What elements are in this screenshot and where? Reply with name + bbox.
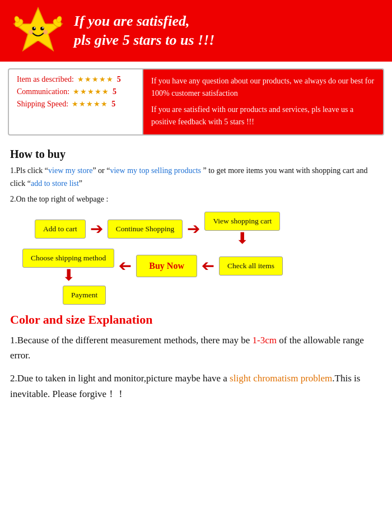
step1-link1[interactable]: view my store [48, 166, 92, 175]
ratings-left: Item as described: ★★★★★ 5 Communication… [9, 69, 143, 134]
item1-prefix: 1.Because of the different measurement m… [10, 335, 253, 346]
svg-point-4 [34, 27, 35, 28]
step1-link2[interactable]: view my top selling products [110, 166, 203, 175]
how-to-buy-step1: 1.Pls click “view my store” or “view my … [10, 164, 382, 191]
svg-point-2 [32, 27, 36, 31]
arrow-left-2: ➔ [202, 258, 214, 274]
arrow-1: ➔ [90, 221, 103, 237]
choose-shipping-col: Choose shipping method ⬇ [22, 249, 114, 283]
rating-label-communication: Communication: [17, 87, 69, 96]
view-shopping-cart-box: View shopping cart [204, 212, 280, 231]
stars-described: ★★★★★ [77, 75, 114, 84]
ratings-right: If you have any question about our produ… [143, 69, 383, 134]
view-cart-col: View shopping cart ⬇ [204, 212, 280, 246]
svg-point-5 [42, 27, 43, 28]
continue-shopping-box: Continue Shopping [108, 220, 183, 239]
rating-num-shipping: 5 [111, 100, 115, 109]
svg-point-6 [29, 30, 33, 34]
header-banner: If you are satisfied, pls give 5 stars t… [0, 0, 392, 62]
arrow-down-2: ⬇ [62, 268, 75, 283]
how-to-buy-title: How to buy [10, 148, 382, 161]
star-mascot-icon [10, 6, 66, 56]
flow-diagram: Add to cart ➔ Continue Shopping ➔ View s… [18, 212, 374, 305]
check-all-items-box: Check all items [219, 256, 283, 276]
rating-num-described: 5 [117, 75, 121, 84]
item2-highlight: slight chromatism problem [230, 373, 332, 384]
content-area: How to buy 1.Pls click “view my store” o… [0, 142, 392, 418]
svg-point-7 [43, 30, 48, 34]
rating-row-described: Item as described: ★★★★★ 5 [17, 75, 134, 84]
how-to-buy-step2: 2.On the top right of webpage : [10, 193, 382, 206]
svg-point-3 [40, 27, 44, 31]
stars-communication: ★★★★★ [73, 87, 109, 96]
color-size-item1: 1.Because of the different measurement m… [10, 333, 382, 363]
ratings-right-text2: If you are satisfied with our products a… [151, 104, 375, 129]
rating-row-communication: Communication: ★★★★★ 5 [17, 87, 134, 96]
header-text: If you are satisfied, pls give 5 stars t… [74, 12, 214, 50]
step1-mid: ” or “ [92, 166, 110, 175]
flow-row-2: Choose shipping method ⬇ ➔ Buy Now ➔ Che… [18, 249, 374, 283]
step1-link3[interactable]: add to store list [31, 179, 79, 188]
rating-num-communication: 5 [113, 87, 116, 96]
ratings-right-text1: If you have any question about our produ… [151, 75, 375, 100]
rating-label-shipping: Shipping Speed: [17, 100, 68, 109]
item1-highlight: 1-3cm [253, 335, 277, 346]
color-size-item2: 2.Due to taken in light and monitor,pict… [10, 371, 382, 401]
rating-row-shipping: Shipping Speed: ★★★★★ 5 [17, 100, 134, 109]
buy-now-box: Buy Now [136, 255, 197, 277]
arrow-2: ➔ [187, 221, 200, 237]
step1-prefix: 1.Pls click “ [10, 166, 48, 175]
stars-shipping: ★★★★★ [72, 100, 108, 109]
ratings-section: Item as described: ★★★★★ 5 Communication… [8, 68, 384, 136]
payment-box: Payment [63, 286, 106, 305]
item2-prefix: 2.Due to taken in light and monitor,pict… [10, 373, 230, 384]
rating-label-described: Item as described: [17, 75, 74, 84]
arrow-left-1: ➔ [119, 258, 132, 274]
add-to-cart-box: Add to cart [35, 220, 86, 239]
color-size-title: Color and size Explanation [10, 312, 382, 327]
flow-row-3: Payment [18, 286, 374, 305]
choose-shipping-box: Choose shipping method [22, 249, 114, 268]
flow-row-1: Add to cart ➔ Continue Shopping ➔ View s… [18, 212, 374, 246]
step1-end: ” [79, 179, 82, 188]
arrow-down-1: ⬇ [236, 231, 249, 246]
